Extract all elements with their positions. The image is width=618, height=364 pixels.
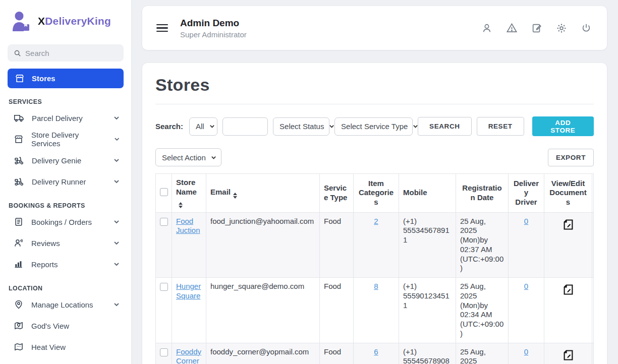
sidebar-item-gods-view[interactable]: God's View <box>8 315 124 336</box>
user-icon[interactable] <box>481 23 492 34</box>
table-header-row: Store Name Email Service Type Item Categ… <box>156 174 594 213</box>
column-registration-date: Registration Date <box>456 174 509 213</box>
column-view-edit-documents: View/Edit Documents <box>544 174 592 213</box>
page-title: Stores <box>155 75 594 95</box>
sidebar-item-label: Stores <box>32 74 55 83</box>
sidebar-item-bookings-orders[interactable]: Bookings / Orders <box>8 211 124 232</box>
edit-note-icon[interactable] <box>531 23 542 34</box>
sidebar-item-reports[interactable]: Reports <box>8 254 124 275</box>
map-marker-icon <box>14 321 24 331</box>
sidebar-item-manage-locations[interactable]: Manage Locations <box>8 294 124 315</box>
column-email[interactable]: Email <box>206 174 320 213</box>
admin-name: Admin Demo <box>180 18 247 29</box>
search-scope-select[interactable]: All <box>189 117 217 136</box>
table-row: Fooddy Corner fooddy_corner@yopmail.com … <box>156 343 594 364</box>
store-email: fooddy_corner@yopmail.com <box>206 343 320 364</box>
registration-date: 25 Aug, 2025 (Mon)by 02:37 AM (UTC:+09:0… <box>456 212 509 278</box>
view-edit-documents-icon[interactable] <box>561 348 575 364</box>
reset-button[interactable]: RESET <box>477 117 524 136</box>
person-sound-icon <box>14 238 24 248</box>
sidebar-item-store-delivery-services[interactable]: Store Delivery Services <box>8 129 124 150</box>
sidebar: XDeliveryKing Stores SERVICES Parcel Del… <box>0 0 131 364</box>
chevron-down-icon <box>114 115 120 121</box>
table-row: Food Juction food_junction@yahoomail.com… <box>156 212 594 278</box>
view-edit-documents-icon[interactable] <box>561 283 575 299</box>
sidebar-search[interactable] <box>8 44 124 62</box>
sidebar-item-label: Delivery Runner <box>32 177 86 186</box>
view-edit-documents-icon[interactable] <box>561 218 575 234</box>
status-select[interactable]: Select Status <box>273 117 329 136</box>
admin-role: Super Administrator <box>180 30 247 39</box>
service-type-select[interactable]: Select Service Type <box>334 117 413 136</box>
gear-icon[interactable] <box>556 23 567 34</box>
storefront-icon <box>14 134 24 145</box>
power-icon[interactable] <box>581 23 592 34</box>
item-categories-link[interactable]: 6 <box>374 347 378 356</box>
sidebar-item-label: Delivery Genie <box>32 156 81 165</box>
service-type: Food <box>320 278 354 343</box>
row-checkbox[interactable] <box>160 348 168 356</box>
item-categories-link[interactable]: 8 <box>374 282 378 290</box>
document-icon <box>14 217 24 227</box>
store-email: hunger_square@demo.com <box>206 278 320 343</box>
bulk-action-select[interactable]: Select Action <box>155 148 221 166</box>
sort-icon <box>179 202 183 208</box>
filter-bar: Search: All Select Status Select Service… <box>155 116 594 136</box>
item-categories-link[interactable]: 2 <box>374 217 378 225</box>
search-input[interactable] <box>25 49 118 57</box>
hamburger-menu-icon[interactable] <box>156 22 168 34</box>
chevron-down-icon <box>114 157 120 163</box>
column-store-name[interactable]: Store Name <box>172 174 206 213</box>
registration-date: 25 Aug, 2025 (Mon)by 02:34 AM (UTC:+09:0… <box>456 278 509 343</box>
scooter-icon <box>14 155 24 166</box>
row-checkbox[interactable] <box>160 283 168 291</box>
bar-chart-icon <box>14 259 24 269</box>
alert-triangle-icon[interactable] <box>506 22 518 34</box>
search-button[interactable]: SEARCH <box>418 117 472 136</box>
store-name-link[interactable]: Food Juction <box>176 217 200 235</box>
sidebar-item-label: Reports <box>31 260 58 269</box>
store-email: food_junction@yahoomail.com <box>206 212 320 278</box>
chevron-down-icon <box>209 124 215 129</box>
divider <box>155 104 594 104</box>
map-icon <box>14 342 24 352</box>
sidebar-item-delivery-runner[interactable]: Delivery Runner <box>8 171 124 192</box>
sidebar-item-label: God's View <box>31 322 69 330</box>
chevron-down-icon <box>114 301 120 308</box>
sidebar-item-reviews[interactable]: Reviews <box>8 232 124 254</box>
chevron-down-icon <box>114 178 120 185</box>
sidebar-item-label: Heat View <box>31 343 66 351</box>
delivery-person-icon <box>9 9 33 33</box>
chevron-down-icon <box>114 261 120 267</box>
store-mobile: (+1) 555456789081 <box>399 343 456 364</box>
store-name-link[interactable]: Fooddy Corner <box>176 347 201 364</box>
sidebar-item-delivery-genie[interactable]: Delivery Genie <box>8 150 124 171</box>
select-all-checkbox[interactable] <box>160 188 168 196</box>
store-mobile: (+1) 555901234511 <box>399 278 456 343</box>
sidebar-item-stores[interactable]: Stores <box>8 69 124 88</box>
sidebar-item-parcel-delivery[interactable]: Parcel Delivery <box>8 107 124 129</box>
table-row: Hunger Square hunger_square@demo.com Foo… <box>156 278 594 343</box>
delivery-driver-link[interactable]: 0 <box>524 347 528 356</box>
truck-icon <box>14 113 24 124</box>
stores-page: Stores Search: All Select Status Select … <box>142 63 607 364</box>
service-type: Food <box>320 212 354 278</box>
export-button[interactable]: EXPORT <box>548 149 594 166</box>
column-extra <box>592 174 594 213</box>
delivery-driver-link[interactable]: 0 <box>524 282 528 290</box>
brand-name: XDeliveryKing <box>38 15 111 27</box>
sidebar-item-label: Reviews <box>31 239 60 248</box>
store-name-link[interactable]: Hunger Square <box>176 282 201 300</box>
chevron-down-icon <box>211 155 216 160</box>
brand-logo: XDeliveryKing <box>9 9 124 33</box>
sidebar-item-label: Manage Locations <box>31 300 93 309</box>
row-checkbox[interactable] <box>160 218 168 226</box>
column-delivery-driver: Delivery Driver <box>509 174 544 213</box>
add-store-button[interactable]: ADD STORE <box>532 116 594 136</box>
sidebar-item-label: Bookings / Orders <box>31 218 92 226</box>
service-type: Food <box>320 343 354 364</box>
storefront-icon <box>15 74 25 84</box>
sidebar-item-heat-view[interactable]: Heat View <box>8 336 124 357</box>
delivery-driver-link[interactable]: 0 <box>524 217 528 225</box>
search-keyword-input[interactable] <box>222 117 268 136</box>
